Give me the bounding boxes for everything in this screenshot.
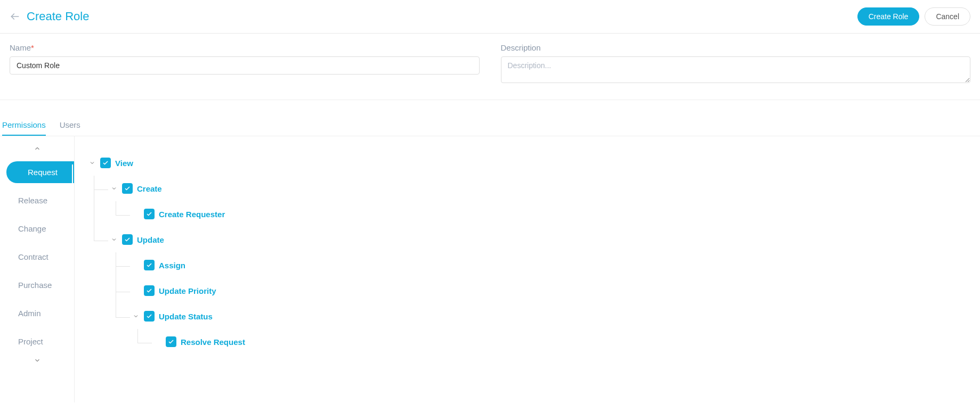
name-input[interactable] (10, 56, 480, 75)
perm-node-view: View Create (88, 150, 969, 355)
description-field-group: Description (501, 43, 971, 85)
sidebar-item-request[interactable]: Request (6, 161, 74, 183)
sidebar-item-admin[interactable]: Admin (6, 302, 74, 324)
perm-label-create[interactable]: Create (137, 184, 162, 193)
form-row: Name* Description (0, 34, 980, 100)
perm-label-resolve-request[interactable]: Resolve Request (181, 337, 245, 347)
page-header: Create Role Create Role Cancel (0, 0, 980, 34)
expand-toggle-icon[interactable] (88, 160, 96, 166)
description-label: Description (501, 43, 971, 52)
perm-label-create-requester[interactable]: Create Requester (159, 210, 225, 219)
sidebar-item-contract[interactable]: Contract (6, 246, 74, 268)
perm-checkbox-update[interactable] (122, 234, 133, 245)
perm-node-resolve-request: Resolve Request (154, 329, 969, 355)
perm-node-update: Update Assign (110, 227, 969, 355)
header-actions: Create Role Cancel (857, 7, 970, 26)
perm-label-update[interactable]: Update (137, 235, 164, 244)
perm-node-update-status: Update Status Resolve Request (132, 303, 969, 355)
description-textarea[interactable] (501, 56, 971, 83)
perm-checkbox-create-requester[interactable] (144, 209, 155, 219)
back-arrow-icon[interactable] (10, 11, 20, 22)
expand-toggle-icon[interactable] (110, 185, 118, 192)
name-field-group: Name* (10, 43, 480, 85)
permissions-sidebar: Request Release Change Contract Purchase… (0, 136, 75, 402)
perm-checkbox-update-status[interactable] (144, 311, 155, 322)
perm-checkbox-assign[interactable] (144, 260, 155, 270)
sidebar-item-project[interactable]: Project (6, 331, 74, 352)
perm-label-update-priority[interactable]: Update Priority (159, 286, 216, 295)
permissions-tree: View Create (75, 136, 980, 402)
perm-node-update-priority: Update Priority (132, 278, 969, 303)
chevron-up-icon[interactable] (0, 144, 74, 158)
perm-checkbox-update-priority[interactable] (144, 285, 155, 296)
perm-node-create-requester: Create Requester (132, 201, 969, 227)
sidebar-item-release[interactable]: Release (6, 190, 74, 211)
header-left: Create Role (10, 10, 89, 23)
cancel-button[interactable]: Cancel (925, 7, 970, 26)
required-indicator: * (31, 43, 34, 52)
sidebar-item-purchase[interactable]: Purchase (6, 274, 74, 296)
perm-node-assign: Assign (132, 252, 969, 278)
perm-checkbox-create[interactable] (122, 183, 133, 194)
perm-label-assign[interactable]: Assign (159, 261, 185, 270)
perm-label-update-status[interactable]: Update Status (159, 312, 213, 321)
expand-toggle-icon[interactable] (132, 313, 140, 319)
tabs: Permissions Users (0, 115, 980, 136)
chevron-down-icon[interactable] (0, 356, 74, 370)
perm-checkbox-view[interactable] (100, 158, 111, 168)
tab-users[interactable]: Users (60, 115, 80, 136)
perm-checkbox-resolve-request[interactable] (166, 336, 176, 347)
page-title: Create Role (27, 10, 89, 23)
create-role-button[interactable]: Create Role (857, 7, 920, 26)
perm-node-create: Create Create Requester (110, 176, 969, 227)
name-label: Name* (10, 43, 480, 52)
content: Request Release Change Contract Purchase… (0, 136, 980, 402)
perm-label-view[interactable]: View (115, 159, 133, 168)
expand-toggle-icon[interactable] (110, 236, 118, 243)
name-label-text: Name (10, 43, 31, 52)
sidebar-item-change[interactable]: Change (6, 218, 74, 240)
tab-permissions[interactable]: Permissions (2, 115, 46, 136)
